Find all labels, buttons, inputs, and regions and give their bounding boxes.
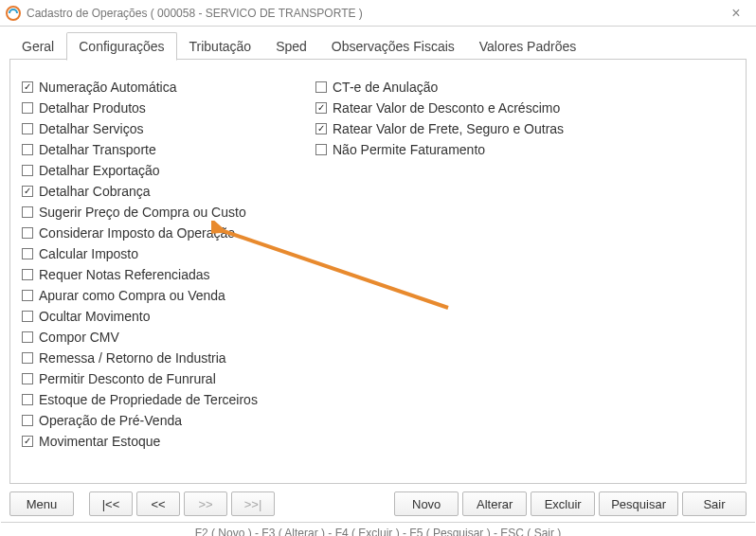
- checkbox-box[interactable]: [22, 311, 33, 322]
- checkbox-label: Considerar Imposto da Operação: [39, 225, 235, 241]
- checkbox-box[interactable]: [22, 290, 33, 301]
- pesquisar-button[interactable]: Pesquisar: [599, 491, 678, 516]
- checkbox-box[interactable]: [22, 102, 33, 114]
- checkbox-operacao-prevenda[interactable]: Operação de Pré-Venda: [22, 410, 315, 431]
- status-text: F2 ( Novo ) - F3 ( Alterar ) - F4 ( Excl…: [195, 527, 562, 536]
- checkbox-sugerir-preco[interactable]: Sugerir Preço de Compra ou Custo: [22, 202, 315, 223]
- tab-row: Geral Configurações Tributação Sped Obse…: [0, 27, 756, 60]
- checkbox-label: Remessa / Retorno de Industria: [39, 350, 226, 366]
- checkbox-label: Ratear Valor de Frete, Seguro e Outras: [333, 121, 564, 136]
- checkbox-label: Detalhar Exportação: [39, 163, 160, 178]
- checkbox-ratear-frete[interactable]: Ratear Valor de Frete, Seguro e Outras: [315, 118, 628, 139]
- checkbox-box[interactable]: [22, 331, 33, 343]
- checkbox-detalhar-exportacao[interactable]: Detalhar Exportação: [22, 160, 315, 181]
- checkbox-box[interactable]: [22, 269, 33, 280]
- checkbox-label: Movimentar Estoque: [39, 434, 160, 449]
- checkbox-label: Não Permite Faturamento: [333, 142, 485, 157]
- checkbox-label: Operação de Pré-Venda: [39, 413, 182, 428]
- last-button[interactable]: >>|: [231, 491, 275, 516]
- checkbox-box[interactable]: [22, 123, 33, 134]
- checkbox-label: Sugerir Preço de Compra ou Custo: [39, 205, 246, 220]
- tab-tributacao[interactable]: Tributação: [177, 32, 264, 60]
- checkbox-label: Permitir Desconto de Funrural: [39, 371, 216, 386]
- checkbox-box[interactable]: [22, 436, 33, 447]
- checkbox-considerar-imposto[interactable]: Considerar Imposto da Operação: [22, 223, 315, 243]
- options-column-left: Numeração AutomáticaDetalhar ProdutosDet…: [22, 77, 315, 452]
- checkbox-box[interactable]: [22, 415, 33, 426]
- checkbox-ratear-desconto[interactable]: Ratear Valor de Desconto e Acréscimo: [315, 98, 628, 118]
- close-icon[interactable]: ×: [722, 4, 750, 23]
- novo-button[interactable]: Novo: [394, 491, 459, 516]
- checkbox-movimentar-estoque[interactable]: Movimentar Estoque: [22, 431, 315, 452]
- checkbox-box[interactable]: [315, 123, 327, 134]
- checkbox-box[interactable]: [315, 144, 327, 155]
- checkbox-permitir-funrural[interactable]: Permitir Desconto de Funrural: [22, 368, 315, 389]
- checkbox-box[interactable]: [22, 81, 33, 93]
- checkbox-label: Ocultar Movimento: [39, 309, 150, 324]
- checkbox-label: Calcular Imposto: [39, 246, 138, 261]
- checkbox-remessa-retorno[interactable]: Remessa / Retorno de Industria: [22, 348, 315, 368]
- alterar-button[interactable]: Alterar: [462, 491, 527, 516]
- checkbox-label: Apurar como Compra ou Venda: [39, 288, 225, 303]
- checkbox-detalhar-servicos[interactable]: Detalhar Serviços: [22, 118, 315, 139]
- checkbox-label: Detalhar Produtos: [39, 100, 146, 116]
- checkbox-detalhar-produtos[interactable]: Detalhar Produtos: [22, 98, 315, 118]
- checkbox-box[interactable]: [22, 394, 33, 405]
- checkbox-label: Estoque de Propriedade de Terceiros: [39, 392, 258, 407]
- checkbox-label: Requer Notas Referenciadas: [39, 267, 210, 282]
- checkbox-box[interactable]: [315, 102, 327, 114]
- app-icon: [6, 6, 21, 21]
- tab-geral[interactable]: Geral: [9, 32, 66, 60]
- checkbox-label: Detalhar Serviços: [39, 121, 144, 136]
- window-title: Cadastro de Operações ( 000058 - SERVICO…: [27, 7, 722, 20]
- next-button[interactable]: >>: [184, 491, 227, 516]
- checkbox-box[interactable]: [22, 352, 33, 364]
- checkbox-box[interactable]: [22, 227, 33, 239]
- checkbox-estoque-terceiros[interactable]: Estoque de Propriedade de Terceiros: [22, 389, 315, 410]
- tab-observacoes[interactable]: Observações Fiscais: [319, 32, 467, 60]
- checkbox-compor-cmv[interactable]: Compor CMV: [22, 327, 315, 348]
- checkbox-box[interactable]: [22, 373, 33, 384]
- checkbox-box[interactable]: [22, 186, 33, 197]
- checkbox-requer-notas[interactable]: Requer Notas Referenciadas: [22, 264, 315, 285]
- first-button[interactable]: |<<: [89, 491, 133, 516]
- checkbox-cte-anulacao[interactable]: CT-e de Anulação: [315, 77, 628, 98]
- checkbox-calcular-imposto[interactable]: Calcular Imposto: [22, 243, 315, 264]
- options-column-right: CT-e de AnulaçãoRatear Valor de Desconto…: [315, 77, 628, 452]
- tab-configuracoes[interactable]: Configurações: [66, 32, 176, 61]
- titlebar: Cadastro de Operações ( 000058 - SERVICO…: [0, 0, 756, 27]
- checkbox-box[interactable]: [22, 144, 33, 155]
- checkbox-label: Detalhar Cobrança: [39, 184, 151, 199]
- excluir-button[interactable]: Excluir: [531, 491, 595, 516]
- checkbox-box[interactable]: [22, 165, 33, 176]
- button-row: Menu |<< << >> >>| Novo Alterar Excluir …: [9, 491, 747, 516]
- status-bar: F2 ( Novo ) - F3 ( Alterar ) - F4 ( Excl…: [1, 522, 755, 536]
- checkbox-label: Ratear Valor de Desconto e Acréscimo: [333, 100, 560, 116]
- checkbox-box[interactable]: [22, 206, 33, 218]
- sair-button[interactable]: Sair: [682, 491, 747, 516]
- checkbox-label: Numeração Automática: [39, 80, 177, 95]
- checkbox-box[interactable]: [22, 248, 33, 259]
- checkbox-label: Detalhar Transporte: [39, 142, 156, 157]
- tab-valores[interactable]: Valores Padrões: [467, 32, 588, 60]
- checkbox-ocultar-movimento[interactable]: Ocultar Movimento: [22, 306, 315, 327]
- tab-sped[interactable]: Sped: [263, 32, 319, 60]
- checkbox-detalhar-transporte[interactable]: Detalhar Transporte: [22, 139, 315, 160]
- checkbox-numeracao-automatica[interactable]: Numeração Automática: [22, 77, 315, 98]
- checkbox-box[interactable]: [315, 81, 327, 93]
- checkbox-apurar-compra-venda[interactable]: Apurar como Compra ou Venda: [22, 285, 315, 306]
- checkbox-nao-permite-faturamento[interactable]: Não Permite Faturamento: [315, 139, 628, 160]
- prev-button[interactable]: <<: [136, 491, 180, 516]
- checkbox-detalhar-cobranca[interactable]: Detalhar Cobrança: [22, 181, 315, 202]
- checkbox-label: Compor CMV: [39, 330, 119, 345]
- checkbox-label: CT-e de Anulação: [333, 80, 438, 95]
- tab-content: Numeração AutomáticaDetalhar ProdutosDet…: [9, 60, 747, 484]
- menu-button[interactable]: Menu: [9, 491, 74, 516]
